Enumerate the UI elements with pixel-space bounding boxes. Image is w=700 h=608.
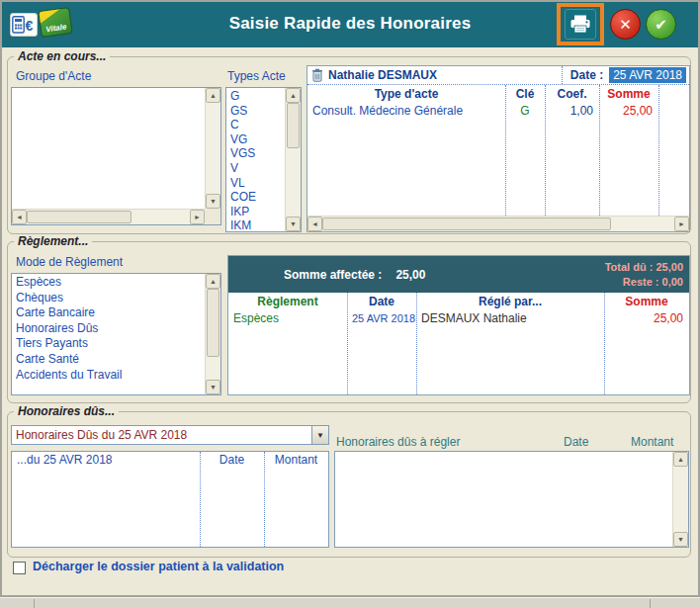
section-reglement-label: Règlement...	[14, 234, 92, 248]
scroll-up-button[interactable]: ▲	[206, 274, 220, 289]
col-header: Somme	[599, 87, 658, 101]
col-header: Clé	[505, 87, 545, 101]
types-acte-option[interactable]: G	[230, 89, 285, 104]
dropdown-button[interactable]: ▼	[311, 426, 328, 444]
reglement-table-header: Règlement Date Réglé par... Somme	[228, 293, 689, 309]
scroll-thumb[interactable]	[287, 103, 300, 148]
date-label: Date :	[562, 66, 609, 84]
col-header: Réglé par...	[416, 295, 604, 308]
acte-detail-panel: Nathalie DESMAUX Date : 25 AVR 2018 Type…	[306, 65, 690, 232]
print-button[interactable]	[565, 9, 596, 40]
somme-affectee-value: 25,00	[395, 268, 425, 282]
honoraires-dus-select[interactable]: Honoraires Dûs du 25 AVR 2018 ▼	[11, 425, 329, 445]
types-acte-option[interactable]: VGS	[230, 146, 285, 161]
honoraires-left-table[interactable]: ...du 25 AVR 2018 Date Montant	[11, 451, 329, 548]
mode-option[interactable]: Tiers Payants	[16, 336, 205, 352]
date-value[interactable]: 25 AVR 2018	[609, 67, 686, 83]
groupe-acte-listbox[interactable]: ▲ ▼ ◄ ►	[11, 87, 221, 225]
scroll-thumb[interactable]	[207, 289, 219, 357]
vitale-card-icon[interactable]: Vitale	[38, 7, 72, 38]
vertical-scrollbar[interactable]: ▲ ▼	[285, 88, 301, 231]
vertical-scrollbar[interactable]: ▲ ▼	[672, 452, 688, 547]
vitale-corner	[38, 8, 63, 24]
mode-option[interactable]: Espèces	[16, 275, 205, 291]
scroll-down-button[interactable]: ▼	[673, 532, 688, 547]
scroll-down-button[interactable]: ▼	[206, 380, 220, 394]
scroll-right-button[interactable]: ►	[674, 217, 689, 231]
cell-coef: 1,00	[545, 104, 599, 118]
col-header: Somme	[604, 295, 689, 308]
scroll-left-button[interactable]: ◄	[12, 210, 27, 224]
mode-option[interactable]: Carte Bancaire	[16, 305, 205, 321]
patient-row: Nathalie DESMAUX Date : 25 AVR 2018	[307, 66, 689, 85]
mode-reglement-list: Espèces Chèques Carte Bancaire Honoraire…	[12, 275, 205, 394]
col-header: Montant	[264, 453, 328, 467]
acte-table-header: Type d'acte Clé Coef. Somme	[307, 85, 689, 102]
types-acte-option[interactable]: V	[230, 161, 285, 176]
unload-patient-label: Décharger le dossier patient à la valida…	[33, 560, 284, 573]
validate-button[interactable]: ✔	[646, 9, 676, 40]
mode-option[interactable]: Carte Santé	[16, 352, 205, 368]
scroll-track[interactable]	[322, 217, 674, 231]
horizontal-scrollbar[interactable]: ◄ ►	[307, 216, 689, 231]
honoraires-a-regler-label: Honoraires dûs à régler	[336, 435, 564, 449]
scroll-up-button[interactable]: ▲	[206, 88, 220, 103]
delete-acte-icon[interactable]	[311, 68, 323, 82]
reglement-table-row[interactable]: Espèces 25 AVR 2018 DESMAUX Nathalie 25,…	[228, 309, 689, 326]
vertical-scrollbar[interactable]: ▲ ▼	[205, 274, 220, 394]
types-acte-option[interactable]: VL	[230, 176, 285, 191]
honoraires-a-regler-list	[335, 453, 672, 547]
acte-table-row[interactable]: Consult. Médecine Générale G 1,00 25,00	[307, 102, 689, 119]
scroll-track[interactable]	[206, 103, 220, 194]
mode-option[interactable]: Chèques	[16, 291, 205, 306]
honoraires-right-headers: Honoraires dûs à régler Date Montant	[336, 435, 688, 449]
groupe-acte-list	[12, 89, 205, 209]
mode-option[interactable]: Accidents du Travail	[16, 368, 205, 384]
scroll-left-button[interactable]: ◄	[307, 217, 322, 231]
types-acte-listbox[interactable]: G GS C VG VGS V VL COE IKP IKM ▲ ▼	[225, 87, 302, 232]
cell-somme: 25,00	[604, 311, 689, 325]
types-acte-option[interactable]: COE	[230, 190, 285, 205]
scroll-right-button[interactable]: ►	[190, 210, 205, 224]
scroll-track[interactable]	[27, 210, 190, 224]
mode-option[interactable]: Honoraires Dûs	[16, 321, 205, 337]
col-header: ...du 25 AVR 2018	[12, 453, 200, 467]
scroll-track[interactable]	[286, 103, 301, 217]
cell-type-acte: Consult. Médecine Générale	[307, 104, 505, 118]
taskbar-sliver	[0, 597, 700, 608]
types-acte-option[interactable]: IKM	[230, 218, 285, 231]
types-acte-option[interactable]: GS	[230, 104, 285, 119]
vertical-scrollbar[interactable]: ▲ ▼	[205, 88, 220, 209]
somme-affectee-label: Somme affectée :	[284, 268, 382, 282]
scroll-track[interactable]	[206, 289, 220, 380]
col-header: Date	[200, 453, 264, 467]
scroll-up-button[interactable]: ▲	[286, 88, 301, 103]
scroll-thumb[interactable]	[27, 211, 131, 223]
scroll-thumb[interactable]	[322, 217, 611, 230]
scroll-up-button[interactable]: ▲	[673, 452, 688, 467]
types-acte-option[interactable]: C	[230, 118, 285, 132]
mode-reglement-listbox[interactable]: Espèces Chèques Carte Bancaire Honoraire…	[11, 273, 221, 395]
check-icon: ✔	[655, 16, 667, 34]
col-header: Date	[347, 295, 416, 308]
types-acte-option[interactable]: IKP	[230, 205, 285, 219]
types-acte-option[interactable]: VG	[230, 132, 285, 147]
calculator-glyph: €	[12, 16, 36, 34]
acte-table: Type d'acte Clé Coef. Somme Consult. Méd…	[307, 85, 689, 216]
col-header: Type d'acte	[307, 87, 505, 101]
scroll-down-button[interactable]: ▼	[206, 194, 220, 209]
horizontal-scrollbar[interactable]: ◄ ►	[12, 209, 205, 224]
cell-somme: 25,00	[599, 104, 658, 118]
taskbar-seam	[650, 599, 651, 608]
honoraires-a-regler-listbox[interactable]: ▲ ▼	[334, 451, 689, 548]
scroll-track[interactable]	[673, 467, 688, 532]
cancel-button[interactable]: ✕	[610, 9, 641, 40]
taskbar-seam	[34, 599, 35, 608]
calculator-euro-icon[interactable]: €	[10, 13, 38, 37]
honoraires-left-header: ...du 25 AVR 2018 Date Montant	[12, 452, 328, 468]
section-honoraires-label: Honoraires dûs...	[14, 404, 119, 418]
scroll-down-button[interactable]: ▼	[286, 217, 301, 231]
cell-date: 25 AVR 2018	[347, 312, 416, 324]
unload-patient-checkbox[interactable]	[13, 562, 26, 574]
col-header: Montant	[631, 435, 673, 449]
